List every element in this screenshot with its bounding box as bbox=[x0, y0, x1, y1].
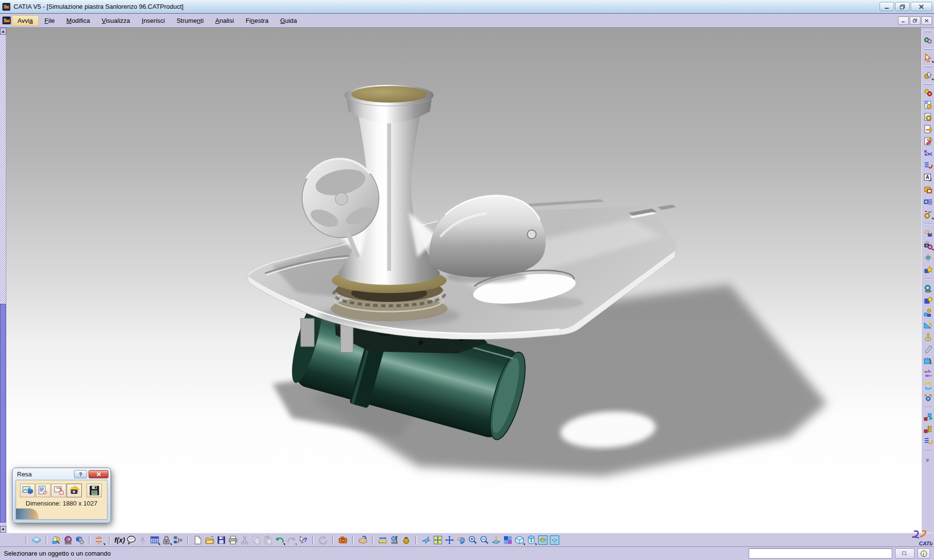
normal-view-icon[interactable] bbox=[490, 534, 502, 546]
minimize-button[interactable] bbox=[880, 2, 894, 11]
menu-file[interactable]: File bbox=[39, 15, 61, 26]
shape-cube-sphere-icon[interactable] bbox=[74, 534, 86, 546]
camera-icon[interactable] bbox=[922, 282, 934, 295]
swap-arrows-icon[interactable] bbox=[922, 380, 934, 392]
redo-icon[interactable] bbox=[286, 534, 297, 546]
zoom-out-icon[interactable] bbox=[479, 534, 490, 546]
measure-item-icon[interactable] bbox=[389, 534, 400, 546]
render-options-button[interactable] bbox=[36, 484, 51, 497]
create-multi-view-icon[interactable] bbox=[502, 534, 514, 546]
update-list-icon[interactable] bbox=[922, 159, 934, 172]
render-camera-gear-icon[interactable] bbox=[922, 239, 934, 251]
measure-between-icon[interactable] bbox=[377, 534, 389, 546]
annotation-text-icon[interactable]: A bbox=[922, 172, 934, 184]
paste-icon[interactable] bbox=[262, 534, 274, 546]
render-style-icon[interactable] bbox=[525, 534, 537, 546]
explode-icon[interactable] bbox=[922, 251, 934, 263]
measure-sketch-icon[interactable] bbox=[922, 319, 934, 331]
swap-visible-space-icon[interactable] bbox=[549, 534, 560, 546]
powercopy-gears-icon[interactable] bbox=[922, 34, 934, 46]
parameters-formula-icon[interactable]: xⁿ bbox=[922, 208, 934, 220]
rendered-3d-scene[interactable] bbox=[0, 28, 921, 533]
menu-visualizza[interactable]: Visualizza bbox=[96, 15, 136, 26]
rotate-icon[interactable] bbox=[455, 534, 467, 546]
update-gear-icon[interactable] bbox=[922, 392, 934, 404]
selection-sets-icon[interactable] bbox=[922, 69, 934, 81]
capture-frame-button[interactable] bbox=[51, 484, 66, 497]
render-archive-icon[interactable] bbox=[357, 534, 369, 546]
menu-avvia[interactable]: Avvia bbox=[12, 15, 39, 26]
pan-icon[interactable] bbox=[444, 534, 455, 546]
zoom-in-icon[interactable] bbox=[467, 534, 479, 546]
menu-analisi[interactable]: Analisi bbox=[210, 15, 240, 26]
render-dialog-titlebar[interactable]: Resa ? bbox=[13, 468, 110, 479]
print-icon[interactable] bbox=[227, 534, 239, 546]
restore-button[interactable] bbox=[895, 2, 910, 11]
anchor-icon[interactable] bbox=[922, 331, 934, 343]
quick-render-camera-icon[interactable] bbox=[337, 534, 349, 546]
dialog-help-button[interactable]: ? bbox=[74, 470, 87, 478]
document-template-gold-icon[interactable] bbox=[922, 111, 934, 123]
refresh-icon[interactable] bbox=[317, 534, 329, 546]
menu-modifica[interactable]: Modifica bbox=[61, 15, 96, 26]
menu-finestra[interactable]: Finestra bbox=[240, 15, 274, 26]
menu-strumenti[interactable]: Strumenti bbox=[171, 15, 210, 26]
apply-material-star-icon[interactable] bbox=[922, 263, 934, 276]
export-document-alt-icon[interactable] bbox=[922, 135, 934, 147]
lock-parameters-icon[interactable] bbox=[161, 534, 172, 546]
whats-this-help-icon[interactable]: ? bbox=[297, 534, 309, 546]
close-button[interactable] bbox=[911, 2, 932, 11]
mdi-minimize-button[interactable] bbox=[898, 17, 909, 25]
render-shoot-button[interactable] bbox=[67, 484, 82, 497]
dialog-close-button[interactable] bbox=[89, 470, 108, 478]
priority-box-flags-icon[interactable] bbox=[922, 423, 934, 435]
scroll-up-arrow[interactable]: ▲ bbox=[0, 28, 6, 35]
render-scene-button[interactable] bbox=[20, 484, 35, 497]
more-tools-chevron-icon[interactable]: » bbox=[922, 454, 934, 466]
comment-bubble-icon[interactable] bbox=[126, 534, 137, 546]
export-document-icon[interactable] bbox=[922, 123, 934, 135]
mdi-restore-button[interactable] bbox=[910, 17, 920, 25]
toolbar-grip[interactable] bbox=[924, 48, 932, 50]
menu-inserisci[interactable]: Inserisci bbox=[136, 15, 171, 26]
new-document-icon[interactable] bbox=[192, 534, 204, 546]
measure-inertia-icon[interactable] bbox=[400, 534, 412, 546]
catalog-parts-icon[interactable] bbox=[922, 307, 934, 319]
render-dialog[interactable]: Resa ? Dimensione: 1880 x 1027 bbox=[12, 468, 111, 523]
tools-screwdriver-icon[interactable] bbox=[922, 368, 934, 380]
cut-icon[interactable] bbox=[239, 534, 251, 546]
hide-show-icon[interactable] bbox=[537, 534, 549, 546]
light-source-icon[interactable] bbox=[922, 295, 934, 307]
history-undo-list-icon[interactable] bbox=[922, 435, 934, 447]
window-layout-icon[interactable] bbox=[922, 184, 934, 196]
isometric-view-icon[interactable] bbox=[514, 534, 525, 546]
relations-formula-icon[interactable]: }= bbox=[172, 534, 184, 546]
open-document-icon[interactable] bbox=[204, 534, 216, 546]
menu-guida[interactable]: Guida bbox=[274, 15, 303, 26]
design-table-icon[interactable] bbox=[149, 534, 161, 546]
mdi-close-button[interactable] bbox=[921, 17, 932, 25]
component-constraints-icon[interactable] bbox=[922, 147, 934, 159]
save-image-button[interactable] bbox=[87, 484, 102, 497]
dialog-expand-button[interactable] bbox=[895, 548, 915, 559]
fly-mode-icon[interactable] bbox=[420, 534, 432, 546]
save-document-icon[interactable] bbox=[216, 534, 227, 546]
toolbar-grip[interactable] bbox=[924, 66, 932, 67]
render-environment-icon[interactable] bbox=[51, 534, 62, 546]
fit-all-in-icon[interactable] bbox=[432, 534, 444, 546]
scroll-down-arrow[interactable]: ▼ bbox=[0, 526, 6, 533]
select-arrow-icon[interactable] bbox=[922, 52, 934, 64]
presentation-projector-icon[interactable] bbox=[922, 196, 934, 208]
catalog-gears-icon[interactable] bbox=[922, 87, 934, 99]
scrollbar-thumb[interactable] bbox=[0, 304, 6, 523]
simulation-screen-icon[interactable] bbox=[922, 355, 934, 368]
attachment-clip-icon[interactable] bbox=[922, 343, 934, 355]
undo-icon[interactable] bbox=[274, 534, 286, 546]
document-template-blue-icon[interactable] bbox=[922, 99, 934, 111]
info-button[interactable]: i bbox=[917, 548, 930, 559]
fx-knowledge-icon[interactable]: f(x) bbox=[114, 534, 126, 546]
materials-camera-icon[interactable] bbox=[62, 534, 74, 546]
render-viewport[interactable]: ▲ ▼ bbox=[0, 28, 921, 533]
manipulate-hand-icon[interactable] bbox=[922, 227, 934, 239]
knowledge-book-icon[interactable] bbox=[31, 534, 42, 546]
